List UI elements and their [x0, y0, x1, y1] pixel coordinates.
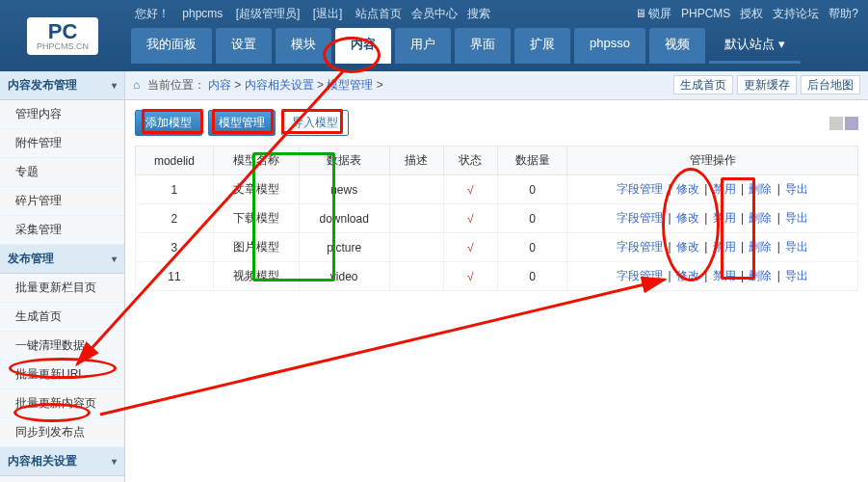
- sidebar-item[interactable]: 专题: [0, 158, 124, 187]
- chevron-down-icon: ▾: [112, 80, 117, 91]
- nav-tab[interactable]: 设置: [216, 28, 272, 64]
- nav-tab[interactable]: 我的面板: [131, 28, 212, 64]
- header-right: 您好！ phpcms [超级管理员] [退出] 站点首页会员中心搜索 🖥锁屏PH…: [125, 0, 868, 71]
- grid-icon[interactable]: [829, 117, 843, 130]
- table-row: 1文章模型news√0字段管理 | 修改 | 禁用 | 删除 | 导出: [136, 175, 858, 204]
- toplink[interactable]: 站点首页: [355, 7, 402, 20]
- sidebar-item[interactable]: 批量更新内容页: [0, 389, 124, 418]
- op-link[interactable]: 禁用: [713, 269, 736, 282]
- sidebar-item[interactable]: 碎片管理: [0, 187, 124, 216]
- sidebar-item[interactable]: 管理栏目: [0, 476, 124, 482]
- toolbar: 添加模型模型管理导入模型: [125, 100, 868, 146]
- cell: 11: [136, 262, 214, 291]
- sidebar-item[interactable]: 同步到发布点: [0, 418, 124, 447]
- ops-cell: 字段管理 | 修改 | 禁用 | 删除 | 导出: [567, 233, 858, 262]
- sidebar-item[interactable]: 批量更新栏目页: [0, 274, 124, 303]
- nav-tab[interactable]: 视频: [649, 28, 705, 64]
- op-link[interactable]: 修改: [676, 269, 699, 282]
- crumb-action[interactable]: 更新缓存: [737, 75, 797, 94]
- op-link[interactable]: 修改: [676, 211, 699, 225]
- breadcrumb-link[interactable]: 内容: [208, 78, 231, 92]
- toplink[interactable]: PHPCMS: [681, 7, 730, 20]
- sidebar-item[interactable]: 采集管理: [0, 216, 124, 245]
- count-cell: 0: [497, 204, 567, 233]
- op-link[interactable]: 删除: [749, 211, 772, 225]
- cell: picture: [299, 233, 389, 262]
- sidebar-group-title[interactable]: 发布管理▾: [0, 245, 124, 274]
- ops-cell: 字段管理 | 修改 | 禁用 | 删除 | 导出: [567, 204, 858, 233]
- breadcrumb-link[interactable]: 内容相关设置: [245, 78, 314, 92]
- nav-tab[interactable]: 用户: [395, 28, 451, 64]
- column-header: 模型名称: [213, 147, 299, 175]
- nav-tab[interactable]: 扩展: [514, 28, 570, 64]
- crumb-action[interactable]: 生成首页: [673, 75, 733, 94]
- main: ⌂ 当前位置： 内容 > 内容相关设置 > 模型管理 > 生成首页更新缓存后台地…: [125, 71, 868, 482]
- toplink[interactable]: 🖥锁屏: [635, 7, 671, 20]
- main-nav: 我的面板设置模块内容用户界面扩展phpsso视频默认站点 ▾: [125, 22, 868, 64]
- table-row: 3图片模型picture√0字段管理 | 修改 | 禁用 | 删除 | 导出: [136, 233, 858, 262]
- op-link[interactable]: 导出: [785, 182, 808, 196]
- sidebar-item[interactable]: 生成首页: [0, 303, 124, 332]
- cell: 下载模型: [213, 204, 299, 233]
- logo-main: PC: [48, 19, 78, 43]
- breadcrumb-prefix: 当前位置：: [147, 78, 205, 92]
- count-cell: 0: [497, 262, 567, 291]
- nav-tab[interactable]: 界面: [455, 28, 511, 64]
- op-link[interactable]: 字段管理: [617, 240, 663, 254]
- op-link[interactable]: 字段管理: [617, 269, 663, 282]
- toolbar-left: 添加模型模型管理导入模型: [135, 110, 349, 136]
- logo-box: PC PHPCMS.CN: [0, 0, 125, 71]
- toplink[interactable]: 授权: [740, 7, 763, 20]
- op-link[interactable]: 字段管理: [617, 211, 663, 225]
- breadcrumb-actions: 生成首页更新缓存后台地图: [670, 77, 860, 94]
- count-cell: 0: [497, 175, 567, 204]
- op-link[interactable]: 禁用: [713, 211, 736, 225]
- status-cell: √: [443, 262, 497, 291]
- sidebar-group-title[interactable]: 内容相关设置▾: [0, 447, 124, 476]
- status-cell: √: [443, 233, 497, 262]
- ops-cell: 字段管理 | 修改 | 禁用 | 删除 | 导出: [567, 175, 858, 204]
- toplink[interactable]: 帮助?: [829, 7, 858, 20]
- toplink[interactable]: 支持论坛: [773, 7, 819, 20]
- cell: 图片模型: [213, 233, 299, 262]
- table-row: 2下载模型download√0字段管理 | 修改 | 禁用 | 删除 | 导出: [136, 204, 858, 233]
- toolbar-button[interactable]: 模型管理: [208, 110, 276, 136]
- nav-tab[interactable]: 默认站点 ▾: [709, 28, 801, 64]
- op-link[interactable]: 删除: [749, 240, 772, 254]
- role: [超级管理员]: [236, 7, 301, 20]
- sidebar-item[interactable]: 批量更新URL: [0, 361, 124, 389]
- crumb-action[interactable]: 后台地图: [801, 75, 860, 94]
- ops-cell: 字段管理 | 修改 | 禁用 | 删除 | 导出: [567, 262, 858, 291]
- nav-tab[interactable]: 模块: [276, 28, 331, 64]
- cell: [389, 175, 443, 204]
- breadcrumb-link[interactable]: 模型管理: [327, 78, 373, 92]
- op-link[interactable]: 删除: [749, 269, 772, 282]
- nav-tab[interactable]: phpsso: [574, 28, 645, 64]
- app-header: PC PHPCMS.CN 您好！ phpcms [超级管理员] [退出] 站点首…: [0, 0, 868, 71]
- cell: 3: [136, 233, 214, 262]
- toplink[interactable]: 会员中心: [411, 7, 458, 20]
- toplink[interactable]: 搜索: [467, 7, 490, 20]
- op-link[interactable]: 导出: [785, 211, 808, 225]
- column-header: 描述: [389, 147, 443, 175]
- op-link[interactable]: 禁用: [713, 240, 736, 254]
- sidebar-item[interactable]: 附件管理: [0, 129, 124, 158]
- cell: news: [299, 175, 389, 204]
- sidebar-item[interactable]: 管理内容: [0, 100, 124, 129]
- toolbar-button[interactable]: 导入模型: [281, 110, 349, 136]
- grid-icon[interactable]: [845, 117, 858, 130]
- op-link[interactable]: 导出: [785, 240, 808, 254]
- username: phpcms: [182, 7, 223, 20]
- sidebar-item[interactable]: 一键清理数据: [0, 332, 124, 361]
- toolbar-button[interactable]: 添加模型: [135, 110, 202, 136]
- op-link[interactable]: 删除: [749, 182, 772, 196]
- nav-tab[interactable]: 内容: [335, 28, 391, 64]
- sidebar-group-title[interactable]: 内容发布管理▾: [0, 71, 124, 100]
- toplinks-left: 您好！ phpcms [超级管理员] [退出] 站点首页会员中心搜索: [135, 6, 510, 22]
- op-link[interactable]: 修改: [676, 240, 699, 254]
- op-link[interactable]: 字段管理: [617, 182, 663, 196]
- logout-link[interactable]: [退出]: [313, 7, 343, 20]
- op-link[interactable]: 修改: [676, 182, 699, 196]
- op-link[interactable]: 禁用: [713, 182, 736, 196]
- op-link[interactable]: 导出: [785, 269, 808, 282]
